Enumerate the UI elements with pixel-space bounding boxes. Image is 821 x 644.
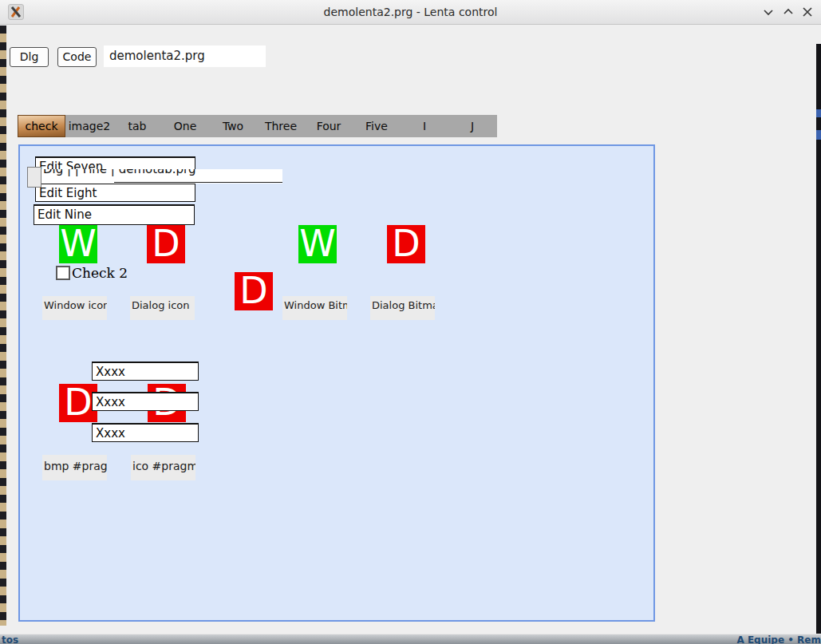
tab-three[interactable]: Three bbox=[257, 115, 305, 137]
tab-bar: check image2 tab One Two Three Four Five… bbox=[18, 115, 497, 137]
edit-eight-input[interactable]: Edit Eight bbox=[35, 184, 195, 202]
desktop-screen: demolenta2.prg - Lenta control Dlg Code … bbox=[0, 0, 821, 644]
ico-pragma-caption: ico #pragma bbox=[131, 455, 195, 480]
filename-input[interactable]: demolenta2.prg bbox=[104, 45, 266, 67]
desktop-taskbar[interactable]: tos A Equipe • Rem bbox=[0, 634, 821, 644]
xxxx-input-1[interactable]: Xxxx bbox=[92, 362, 199, 381]
window-bitmap-preview: W bbox=[298, 225, 337, 263]
code-button[interactable]: Code bbox=[57, 47, 97, 67]
tab-two[interactable]: Two bbox=[209, 115, 257, 137]
window-bitmap-caption: Window Bitmap bbox=[282, 296, 347, 320]
bmp-pragma-caption: bmp #pragma bbox=[42, 455, 107, 480]
taskbar-right-text: A Equipe • Rem bbox=[736, 634, 821, 644]
window-titlebar[interactable]: demolenta2.prg - Lenta control bbox=[0, 0, 821, 25]
taskbar-left-text: tos bbox=[2, 634, 18, 644]
tab-j[interactable]: J bbox=[448, 115, 496, 137]
dialog-bitmap-preview: D bbox=[387, 225, 425, 263]
check2-label: Check 2 bbox=[72, 265, 128, 281]
desktop-icon-clipped bbox=[816, 109, 821, 117]
window-title: demolenta2.prg - Lenta control bbox=[0, 6, 821, 18]
tab-content-panel: Edit Seven Edit Eight Edit Nine Dlg | | … bbox=[18, 144, 655, 622]
tab-i[interactable]: I bbox=[401, 115, 448, 137]
tab-image2[interactable]: image2 bbox=[65, 115, 113, 137]
tab-four[interactable]: Four bbox=[305, 115, 353, 137]
dialog-icon-caption: Dialog icon bbox=[130, 296, 195, 320]
tab-check[interactable]: check bbox=[18, 115, 65, 137]
tab-tab[interactable]: tab bbox=[113, 115, 161, 137]
check2-checkbox[interactable] bbox=[56, 266, 70, 280]
tab-one[interactable]: One bbox=[161, 115, 209, 137]
xxxx-input-2[interactable]: Xxxx bbox=[92, 392, 199, 411]
overlapping-toolbar-fragment: Dlg | | Fine | demotab.prg bbox=[40, 169, 282, 184]
dialog-icon-preview-floating: D bbox=[235, 272, 273, 310]
close-button[interactable] bbox=[800, 5, 815, 19]
window-icon-caption: Window icon bbox=[42, 296, 107, 320]
dialog-icon-preview: D bbox=[147, 225, 185, 263]
desktop-icon-clipped bbox=[816, 130, 821, 140]
xxxx-input-3[interactable]: Xxxx bbox=[92, 423, 199, 442]
dlg-button[interactable]: Dlg bbox=[10, 47, 49, 67]
small-blank-button[interactable] bbox=[27, 167, 41, 188]
minimize-button[interactable] bbox=[761, 5, 776, 19]
dialog-bitmap-caption: Dialog Bitmap bbox=[370, 296, 435, 320]
maximize-button[interactable] bbox=[781, 5, 795, 19]
window-icon-preview: W bbox=[59, 225, 97, 263]
tab-five[interactable]: Five bbox=[353, 115, 401, 137]
clipped-toolbar-text: Dlg | | Fine | demotab.prg bbox=[43, 169, 196, 176]
overlay-bottom-line bbox=[114, 182, 282, 183]
desktop-left-edge bbox=[0, 26, 6, 626]
